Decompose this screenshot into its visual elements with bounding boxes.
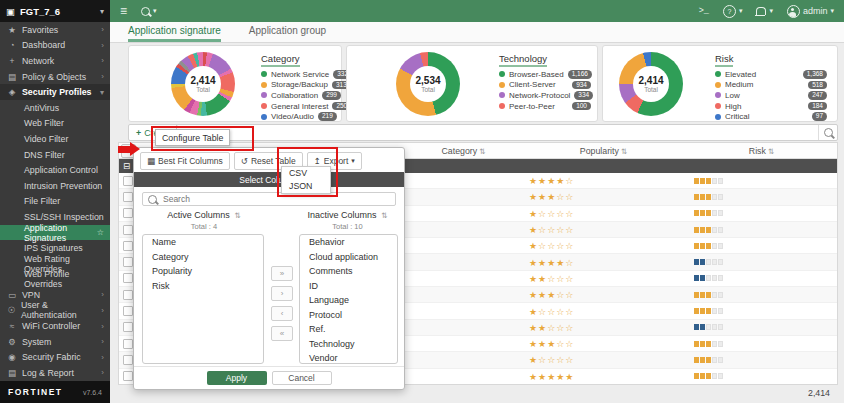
column-header-risk[interactable]: Risk⇅ <box>686 146 837 156</box>
popularity-cell: ★★★★★ <box>521 371 686 382</box>
risk-bar <box>686 373 837 379</box>
inactive-column-ref[interactable]: Ref. <box>300 322 397 337</box>
favorite-star-icon[interactable]: ☆ <box>97 228 104 237</box>
cancel-button[interactable]: Cancel <box>272 371 332 385</box>
chevron-right-icon: › <box>101 72 104 81</box>
row-checkbox[interactable] <box>123 339 133 349</box>
legend-item-video-audio: Video/Audio219 <box>261 111 335 122</box>
best-fit-columns-button[interactable]: ▦Best Fit Columns <box>140 152 230 170</box>
legend-item-network-protocol: Network-Protocol334 <box>499 90 591 101</box>
risk-donut-chart[interactable]: 2,414Total <box>619 52 683 116</box>
apply-button[interactable]: Apply <box>207 371 267 385</box>
sidebar-item-network[interactable]: +Network› <box>0 53 110 69</box>
popularity-stars: ★★★★☆ <box>521 258 574 268</box>
category-donut-chart[interactable]: 2,414Total <box>171 52 235 116</box>
popularity-cell: ★☆☆☆☆ <box>521 208 686 219</box>
cli-console-icon[interactable]: >_ <box>699 6 709 16</box>
export-option-json[interactable]: JSON <box>282 180 330 193</box>
sidebar-item-file-filter[interactable]: File Filter <box>0 194 110 210</box>
row-checkbox[interactable] <box>123 176 133 186</box>
tab-application-signature[interactable]: Application signature <box>128 22 221 42</box>
chevron-down-icon: ▾ <box>100 7 104 16</box>
sidebar-item-dashboard[interactable]: ◔Dashboard› <box>0 38 110 54</box>
move-all-right-button[interactable]: » <box>271 266 293 281</box>
row-checkbox[interactable] <box>123 371 133 381</box>
move-left-button[interactable]: ‹ <box>271 306 293 321</box>
risk-bar <box>686 243 837 249</box>
popularity-cell: ★★★☆☆ <box>521 289 686 300</box>
help-menu[interactable]: ?▾ <box>723 5 743 18</box>
row-checkbox[interactable] <box>123 322 133 332</box>
sidebar-item-user-authentication[interactable]: ☉User & Authentication› <box>0 303 110 319</box>
export-option-csv[interactable]: CSV <box>282 167 330 180</box>
sidebar-item-web-filter[interactable]: Web Filter <box>0 116 110 132</box>
sidebar-item-security-profiles[interactable]: ◈Security Profiles▾ <box>0 84 110 100</box>
sidebar-item-label: User & Authentication <box>21 300 96 320</box>
row-checkbox[interactable] <box>123 208 133 218</box>
column-search-input[interactable] <box>161 193 390 205</box>
sidebar-item-dns-filter[interactable]: DNS Filter <box>0 147 110 163</box>
row-checkbox[interactable] <box>123 273 133 283</box>
active-column-risk[interactable]: Risk <box>143 279 263 294</box>
sidebar-item-application-signatures[interactable]: Application Signatures☆ <box>0 225 110 241</box>
sidebar-item-web-profile-overrides[interactable]: Web Profile Overrides <box>0 272 110 288</box>
active-column-popularity[interactable]: Popularity <box>143 264 263 279</box>
active-column-name[interactable]: Name <box>143 235 263 250</box>
column-header-popularity[interactable]: Popularity⇅ <box>521 146 686 156</box>
collapse-icon[interactable]: ⊟ <box>123 161 130 171</box>
move-all-left-button[interactable]: « <box>271 326 293 341</box>
legend-count-badge: 334 <box>574 91 593 100</box>
hamburger-menu-icon[interactable]: ≡ <box>120 4 127 18</box>
table-search-input[interactable] <box>177 125 818 140</box>
sidebar-item-video-filter[interactable]: Video Filter <box>0 131 110 147</box>
inactive-column-protocol[interactable]: Protocol <box>300 308 397 323</box>
inactive-column-behavior[interactable]: Behavior <box>300 235 397 250</box>
row-checkbox[interactable] <box>123 306 133 316</box>
chevron-right-icon: › <box>101 41 104 50</box>
risk-bar <box>686 324 837 330</box>
sidebar-item-log-report[interactable]: ▤Log & Report› <box>0 365 110 381</box>
sidebar-item-wifi-controller[interactable]: ≈WiFi Controller› <box>0 318 110 334</box>
inactive-column-language[interactable]: Language <box>300 293 397 308</box>
sidebar-item-intrusion-prevention[interactable]: Intrusion Prevention <box>0 178 110 194</box>
row-checkbox[interactable] <box>123 225 133 235</box>
move-right-button[interactable]: › <box>271 286 293 301</box>
notifications-menu[interactable]: ▾ <box>756 7 773 15</box>
admin-label: admin <box>803 6 828 16</box>
table-search-bar <box>176 124 838 141</box>
inactive-column-comments[interactable]: Comments <box>300 264 397 279</box>
popularity-cell: ★★★★☆ <box>521 257 686 268</box>
popularity-cell: ★★★☆☆ <box>521 191 686 202</box>
sidebar-item-system[interactable]: ⚙System› <box>0 334 110 350</box>
risk-cell <box>686 178 837 184</box>
row-checkbox[interactable] <box>123 192 133 202</box>
sidebar-item-antivirus[interactable]: AntiVirus <box>0 100 110 116</box>
row-checkbox[interactable] <box>123 290 133 300</box>
search-submit[interactable] <box>818 125 837 140</box>
tab-application-group[interactable]: Application group <box>249 22 326 42</box>
inactive-column-cloud-application[interactable]: Cloud application <box>300 250 397 265</box>
sidebar-item-application-control[interactable]: Application Control <box>0 162 110 178</box>
inactive-column-technology[interactable]: Technology <box>300 337 397 352</box>
legend-label: Peer-to-Peer <box>509 102 555 111</box>
row-checkbox[interactable] <box>123 355 133 365</box>
legend-label: Medium <box>725 80 753 89</box>
row-checkbox[interactable] <box>123 241 133 251</box>
sidebar-item-policy-objects[interactable]: ▤Policy & Objects› <box>0 69 110 85</box>
column-header-category[interactable]: Category⇅ <box>406 146 521 156</box>
active-column-category[interactable]: Category <box>143 250 263 265</box>
row-checkbox[interactable] <box>123 257 133 267</box>
legend-count-badge: 934 <box>572 81 591 90</box>
global-search-button[interactable]: ▾ <box>141 7 157 16</box>
inactive-column-vendor[interactable]: Vendor <box>300 351 397 364</box>
sidebar-item-favorites[interactable]: ★Favorites› <box>0 22 110 38</box>
technology-donut-chart[interactable]: 2,534Total <box>396 52 460 116</box>
export-dropdown-menu: CSV JSON <box>281 166 331 194</box>
sidebar-item-security-fabric[interactable]: ◉Security Fabric› <box>0 349 110 365</box>
device-selector[interactable]: ▣ FGT_7_6 ▾ <box>0 0 110 22</box>
inactive-column-id[interactable]: ID <box>300 279 397 294</box>
admin-menu[interactable]: admin▾ <box>787 5 834 18</box>
fortinet-logo: FORTINET <box>8 387 63 397</box>
risk-cell <box>686 373 837 379</box>
card-category: 2,414Total CategoryNetwork Service332Sto… <box>128 45 342 122</box>
